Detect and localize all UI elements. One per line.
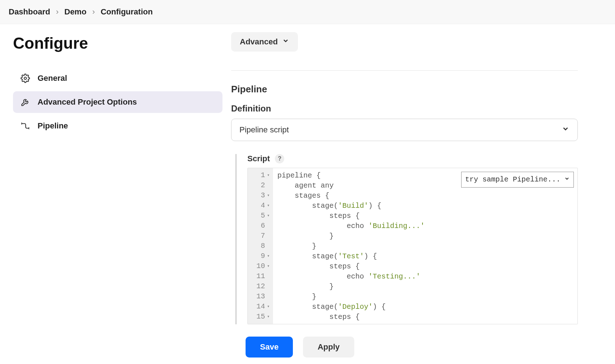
apply-button[interactable]: Apply xyxy=(303,337,354,358)
gutter-line: 4▾ xyxy=(253,201,270,211)
gutter-line: 3▾ xyxy=(253,190,270,201)
fold-toggle-icon[interactable]: ▾ xyxy=(267,192,270,199)
sidebar-item-label: General xyxy=(38,74,67,83)
code-line[interactable]: stage('Build') { xyxy=(277,201,425,211)
main-content: Advanced Pipeline Definition Pipeline sc… xyxy=(231,24,592,364)
breadcrumb-item-current[interactable]: Configuration xyxy=(101,7,153,17)
gutter-line: 15▾ xyxy=(253,312,270,322)
gutter-line: 1▾ xyxy=(253,170,270,180)
code-line[interactable]: stage('Deploy') { xyxy=(277,302,425,312)
gutter-line: 9▾ xyxy=(253,251,270,261)
code-line[interactable]: steps { xyxy=(277,261,425,271)
code-line[interactable]: steps { xyxy=(277,211,425,221)
sample-pipeline-select[interactable]: try sample Pipeline... xyxy=(461,172,574,188)
sidebar: Configure General Advanced Project Opt xyxy=(0,24,231,137)
fold-toggle-icon[interactable]: ▾ xyxy=(267,303,270,310)
fold-toggle-icon[interactable]: ▾ xyxy=(267,202,270,209)
fold-toggle-icon[interactable]: ▾ xyxy=(267,172,270,179)
chevron-down-icon xyxy=(564,174,570,185)
sample-pipeline-select-label: try sample Pipeline... xyxy=(465,174,560,185)
gutter-line: 12 xyxy=(253,281,270,291)
save-button[interactable]: Save xyxy=(246,337,293,358)
fold-toggle-icon[interactable]: ▾ xyxy=(267,253,270,259)
editor-gutter: 1▾23▾4▾5▾6789▾10▾11121314▾15▾ xyxy=(248,168,273,324)
code-line[interactable]: stages { xyxy=(277,190,425,201)
divider xyxy=(231,70,578,71)
code-line[interactable]: } xyxy=(277,291,425,302)
page-title: Configure xyxy=(13,34,222,52)
field-label-script: Script xyxy=(247,154,270,163)
breadcrumb-item-project[interactable]: Demo xyxy=(64,7,86,17)
code-line[interactable]: } xyxy=(277,231,425,241)
code-line[interactable]: pipeline { xyxy=(277,170,425,180)
svg-point-0 xyxy=(24,77,27,80)
sidebar-item-general[interactable]: General xyxy=(13,67,222,89)
chevron-down-icon xyxy=(282,37,289,47)
gear-icon xyxy=(20,73,30,83)
gutter-line: 10▾ xyxy=(253,261,270,271)
advanced-toggle[interactable]: Advanced xyxy=(231,32,298,52)
gutter-line: 7 xyxy=(253,231,270,241)
fold-toggle-icon[interactable]: ▾ xyxy=(267,212,270,219)
editor-code[interactable]: pipeline { agent any stages { stage('Bui… xyxy=(273,168,429,324)
breadcrumb-item-dashboard[interactable]: Dashboard xyxy=(9,7,50,17)
help-icon[interactable]: ? xyxy=(275,154,284,163)
gutter-line: 13 xyxy=(253,291,270,302)
gutter-line: 8 xyxy=(253,241,270,251)
code-line[interactable]: echo 'Testing...' xyxy=(277,271,425,281)
code-line[interactable]: } xyxy=(277,241,425,251)
script-editor[interactable]: 1▾23▾4▾5▾6789▾10▾11121314▾15▾ pipeline {… xyxy=(247,168,578,324)
chevron-down-icon xyxy=(562,125,569,135)
fold-toggle-icon[interactable]: ▾ xyxy=(267,313,270,320)
sidebar-item-label: Advanced Project Options xyxy=(38,97,137,107)
chevron-right-icon: › xyxy=(56,7,59,17)
gutter-line: 5▾ xyxy=(253,211,270,221)
code-line[interactable]: } xyxy=(277,281,425,291)
pipeline-icon xyxy=(20,121,30,131)
definition-select[interactable]: Pipeline script xyxy=(231,119,578,141)
advanced-toggle-label: Advanced xyxy=(240,37,278,47)
gutter-line: 11 xyxy=(253,271,270,281)
sidebar-item-advanced-project-options[interactable]: Advanced Project Options xyxy=(13,91,222,113)
wrench-icon xyxy=(20,97,30,107)
gutter-line: 6 xyxy=(253,221,270,231)
code-line[interactable]: steps { xyxy=(277,312,425,322)
gutter-line: 14▾ xyxy=(253,302,270,312)
fold-toggle-icon[interactable]: ▾ xyxy=(267,263,270,269)
code-line[interactable]: echo 'Building...' xyxy=(277,221,425,231)
code-line[interactable]: agent any xyxy=(277,180,425,190)
field-label-definition: Definition xyxy=(231,104,578,114)
sidebar-item-label: Pipeline xyxy=(38,121,68,131)
chevron-right-icon: › xyxy=(92,7,95,17)
footer-actions: Save Apply xyxy=(0,330,615,364)
definition-select-value: Pipeline script xyxy=(239,125,289,135)
breadcrumb: Dashboard › Demo › Configuration xyxy=(0,0,615,24)
section-heading-pipeline: Pipeline xyxy=(231,84,578,95)
gutter-line: 2 xyxy=(253,180,270,190)
code-line[interactable]: stage('Test') { xyxy=(277,251,425,261)
sidebar-item-pipeline[interactable]: Pipeline xyxy=(13,115,222,137)
